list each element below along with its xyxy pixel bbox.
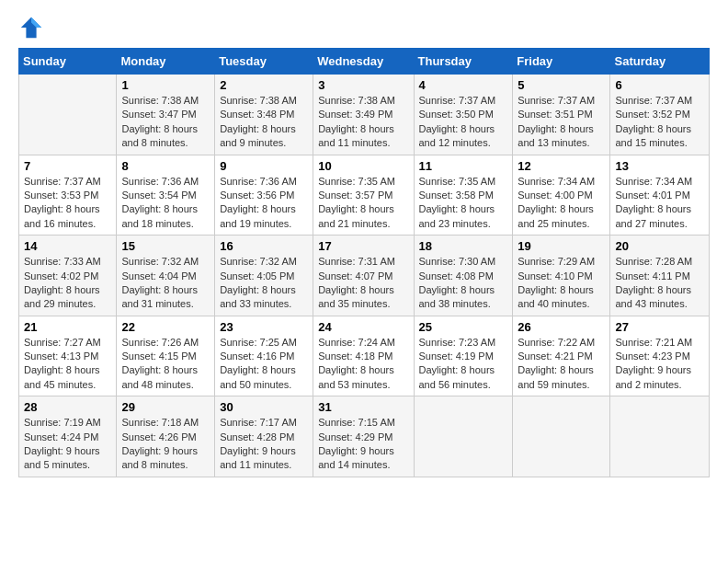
calendar-cell: 7 Sunrise: 7:37 AM Sunset: 3:53 PM Dayli…	[19, 155, 117, 236]
daylight: Daylight: 8 hours and 25 minutes.	[518, 203, 594, 228]
calendar-cell: 11 Sunrise: 7:35 AM Sunset: 3:58 PM Dayl…	[414, 155, 513, 236]
day-number: 12	[518, 159, 605, 173]
sunrise: Sunrise: 7:21 AM	[615, 337, 692, 348]
sunrise: Sunrise: 7:36 AM	[121, 176, 199, 187]
calendar-cell: 16 Sunrise: 7:32 AM Sunset: 4:05 PM Dayl…	[215, 236, 313, 316]
calendar-cell	[19, 75, 117, 155]
sunrise: Sunrise: 7:15 AM	[318, 417, 395, 428]
day-number: 5	[518, 78, 605, 92]
daylight: Daylight: 8 hours and 38 minutes.	[419, 284, 495, 309]
daylight: Daylight: 8 hours and 12 minutes.	[419, 123, 495, 148]
sunrise: Sunrise: 7:22 AM	[518, 337, 595, 348]
sunrise: Sunrise: 7:29 AM	[518, 256, 595, 267]
sunset: Sunset: 4:05 PM	[220, 270, 294, 282]
sunset: Sunset: 4:21 PM	[518, 350, 592, 362]
day-of-week-header: Friday	[513, 49, 610, 75]
day-of-week-header: Thursday	[414, 49, 513, 75]
day-info: Sunrise: 7:27 AM Sunset: 4:13 PM Dayligh…	[24, 336, 111, 393]
daylight: Daylight: 8 hours and 16 minutes.	[24, 203, 100, 228]
day-info: Sunrise: 7:15 AM Sunset: 4:29 PM Dayligh…	[318, 416, 408, 473]
sunrise: Sunrise: 7:37 AM	[24, 176, 101, 187]
day-number: 1	[121, 78, 210, 92]
calendar-week-row: 1 Sunrise: 7:38 AM Sunset: 3:47 PM Dayli…	[19, 75, 710, 155]
day-number: 28	[24, 400, 111, 414]
sunset: Sunset: 4:24 PM	[24, 431, 98, 442]
day-info: Sunrise: 7:28 AM Sunset: 4:11 PM Dayligh…	[615, 255, 704, 312]
day-number: 10	[318, 159, 408, 173]
day-info: Sunrise: 7:37 AM Sunset: 3:51 PM Dayligh…	[518, 94, 605, 151]
calendar-cell: 6 Sunrise: 7:37 AM Sunset: 3:52 PM Dayli…	[610, 75, 710, 155]
logo	[18, 15, 48, 40]
calendar-cell	[513, 396, 610, 477]
sunset: Sunset: 4:15 PM	[121, 350, 196, 362]
day-info: Sunrise: 7:19 AM Sunset: 4:24 PM Dayligh…	[24, 416, 111, 473]
day-number: 21	[24, 320, 111, 334]
daylight: Daylight: 8 hours and 19 minutes.	[220, 203, 296, 228]
logo-icon	[18, 15, 44, 40]
sunrise: Sunrise: 7:30 AM	[419, 256, 496, 267]
day-info: Sunrise: 7:22 AM Sunset: 4:21 PM Dayligh…	[518, 336, 605, 393]
sunset: Sunset: 4:11 PM	[615, 270, 689, 282]
calendar-cell: 20 Sunrise: 7:28 AM Sunset: 4:11 PM Dayl…	[610, 236, 710, 316]
calendar-week-row: 28 Sunrise: 7:19 AM Sunset: 4:24 PM Dayl…	[19, 396, 710, 477]
day-info: Sunrise: 7:37 AM Sunset: 3:52 PM Dayligh…	[615, 94, 704, 151]
sunrise: Sunrise: 7:37 AM	[518, 95, 595, 106]
calendar-cell: 9 Sunrise: 7:36 AM Sunset: 3:56 PM Dayli…	[215, 155, 313, 236]
calendar-cell: 19 Sunrise: 7:29 AM Sunset: 4:10 PM Dayl…	[513, 236, 610, 316]
day-number: 18	[419, 239, 508, 253]
calendar-cell: 30 Sunrise: 7:17 AM Sunset: 4:28 PM Dayl…	[215, 396, 313, 477]
day-info: Sunrise: 7:36 AM Sunset: 3:56 PM Dayligh…	[220, 175, 308, 232]
day-number: 29	[121, 400, 210, 414]
sunset: Sunset: 4:08 PM	[419, 270, 494, 282]
calendar-cell: 8 Sunrise: 7:36 AM Sunset: 3:54 PM Dayli…	[117, 155, 215, 236]
sunset: Sunset: 3:51 PM	[518, 109, 592, 120]
day-number: 4	[419, 78, 508, 92]
calendar-cell: 27 Sunrise: 7:21 AM Sunset: 4:23 PM Dayl…	[610, 316, 710, 396]
sunset: Sunset: 3:52 PM	[615, 109, 689, 120]
day-info: Sunrise: 7:21 AM Sunset: 4:23 PM Dayligh…	[615, 336, 704, 393]
daylight: Daylight: 8 hours and 45 minutes.	[24, 364, 100, 389]
daylight: Daylight: 9 hours and 11 minutes.	[220, 445, 296, 470]
sunrise: Sunrise: 7:28 AM	[615, 256, 692, 267]
day-info: Sunrise: 7:35 AM Sunset: 3:58 PM Dayligh…	[419, 175, 508, 232]
sunrise: Sunrise: 7:33 AM	[24, 256, 101, 267]
day-number: 30	[220, 400, 308, 414]
calendar-cell: 28 Sunrise: 7:19 AM Sunset: 4:24 PM Dayl…	[19, 396, 117, 477]
calendar-week-row: 7 Sunrise: 7:37 AM Sunset: 3:53 PM Dayli…	[19, 155, 710, 236]
calendar-table: SundayMondayTuesdayWednesdayThursdayFrid…	[18, 48, 710, 477]
sunset: Sunset: 4:16 PM	[220, 350, 294, 362]
calendar-cell: 31 Sunrise: 7:15 AM Sunset: 4:29 PM Dayl…	[313, 396, 414, 477]
daylight: Daylight: 8 hours and 50 minutes.	[220, 364, 296, 389]
day-number: 26	[518, 320, 605, 334]
day-of-week-header: Sunday	[19, 49, 117, 75]
day-number: 19	[518, 239, 605, 253]
sunrise: Sunrise: 7:19 AM	[24, 417, 101, 428]
sunset: Sunset: 3:57 PM	[318, 190, 392, 201]
sunset: Sunset: 4:23 PM	[615, 350, 689, 362]
sunrise: Sunrise: 7:34 AM	[615, 176, 692, 187]
daylight: Daylight: 8 hours and 27 minutes.	[615, 203, 691, 228]
day-info: Sunrise: 7:32 AM Sunset: 4:05 PM Dayligh…	[220, 255, 308, 312]
header	[18, 15, 710, 40]
calendar-cell: 13 Sunrise: 7:34 AM Sunset: 4:01 PM Dayl…	[610, 155, 710, 236]
day-info: Sunrise: 7:31 AM Sunset: 4:07 PM Dayligh…	[318, 255, 408, 312]
day-number: 25	[419, 320, 508, 334]
day-number: 13	[615, 159, 704, 173]
day-number: 20	[615, 239, 704, 253]
calendar-cell: 3 Sunrise: 7:38 AM Sunset: 3:49 PM Dayli…	[313, 75, 414, 155]
calendar-cell: 1 Sunrise: 7:38 AM Sunset: 3:47 PM Dayli…	[117, 75, 215, 155]
day-info: Sunrise: 7:37 AM Sunset: 3:50 PM Dayligh…	[419, 94, 508, 151]
daylight: Daylight: 8 hours and 13 minutes.	[518, 123, 594, 148]
day-info: Sunrise: 7:25 AM Sunset: 4:16 PM Dayligh…	[220, 336, 308, 393]
day-number: 23	[220, 320, 308, 334]
daylight: Daylight: 9 hours and 2 minutes.	[615, 364, 691, 389]
days-header-row: SundayMondayTuesdayWednesdayThursdayFrid…	[19, 49, 710, 75]
day-info: Sunrise: 7:38 AM Sunset: 3:47 PM Dayligh…	[121, 94, 210, 151]
day-info: Sunrise: 7:23 AM Sunset: 4:19 PM Dayligh…	[419, 336, 508, 393]
sunrise: Sunrise: 7:32 AM	[121, 256, 199, 267]
sunrise: Sunrise: 7:25 AM	[220, 337, 297, 348]
sunset: Sunset: 4:10 PM	[518, 270, 592, 282]
sunset: Sunset: 3:54 PM	[121, 190, 196, 201]
day-info: Sunrise: 7:18 AM Sunset: 4:26 PM Dayligh…	[121, 416, 210, 473]
day-info: Sunrise: 7:35 AM Sunset: 3:57 PM Dayligh…	[318, 175, 408, 232]
